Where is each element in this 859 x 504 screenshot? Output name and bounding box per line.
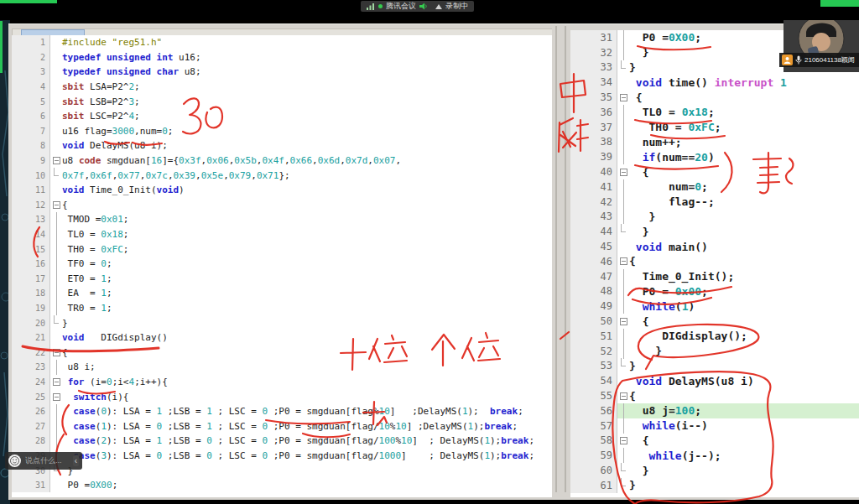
code-line[interactable]: 11void Time_0_Init(void) bbox=[12, 183, 552, 198]
code-line[interactable]: 23 u8 i; bbox=[12, 360, 552, 375]
code-pane-left[interactable]: 1#include "reg51.h"2typedef unsigned int… bbox=[12, 35, 552, 497]
chat-quick-input[interactable]: 说点什么... ‹ bbox=[5, 452, 82, 470]
fold-margin bbox=[617, 373, 629, 388]
code-line[interactable]: 28 case(2): LSA = 1 ;LSB = 0 ; LSC = 0 ;… bbox=[12, 434, 552, 449]
code-line[interactable]: 26 case(0): LSA = 1 ;LSB = 1 ; LSC = 0 ;… bbox=[12, 404, 552, 419]
code-line[interactable]: 6sbit LSC=P2^4; bbox=[12, 109, 552, 124]
code-line[interactable]: 54 void DelayMS(u8 i) bbox=[570, 373, 859, 388]
fold-margin bbox=[617, 179, 629, 195]
fold-margin bbox=[50, 212, 62, 227]
code-line[interactable]: 35 { bbox=[570, 90, 859, 105]
code-line[interactable]: 44 } bbox=[570, 224, 859, 239]
code-line[interactable]: 59 while(j--); bbox=[570, 448, 859, 463]
code-line[interactable]: 57 while(i--) bbox=[570, 418, 859, 434]
fold-toggle-icon[interactable] bbox=[50, 153, 62, 169]
code-line[interactable]: 61} bbox=[570, 478, 859, 493]
code-line[interactable]: 25 switch(i){ bbox=[12, 389, 552, 404]
code-line[interactable]: 46{ bbox=[570, 254, 859, 269]
fold-toggle-icon[interactable] bbox=[617, 90, 629, 105]
code-text: u8 code smgduan[16]={0x3f,0x06,0x5b,0x4f… bbox=[62, 153, 552, 169]
code-line[interactable]: 48 P0 = 0x00; bbox=[570, 284, 859, 299]
code-line[interactable]: 29 case(3): LSA = 0 ;LSB = 0 ; LSC = 0 ;… bbox=[12, 449, 552, 464]
code-line[interactable]: 31 P0 =0X00; bbox=[12, 478, 552, 493]
code-line[interactable]: 12{ bbox=[12, 198, 552, 213]
chevron-left-icon[interactable]: ‹ bbox=[73, 455, 79, 466]
fold-margin bbox=[617, 75, 629, 90]
fold-toggle-icon[interactable] bbox=[617, 164, 629, 179]
code-line[interactable]: 51 DIGdisplay(); bbox=[570, 329, 859, 344]
fold-toggle-icon[interactable] bbox=[617, 254, 629, 269]
line-number: 4 bbox=[12, 80, 50, 95]
screen-edge-green-right bbox=[820, 0, 859, 7]
code-line[interactable]: 14 TL0 = 0x18; bbox=[12, 227, 552, 242]
meeting-status-pill[interactable]: 腾讯会议 录制中 bbox=[361, 1, 474, 12]
code-line[interactable]: 9u8 code smgduan[16]={0x3f,0x06,0x5b,0x4… bbox=[12, 153, 552, 169]
code-pane-right[interactable]: 31 P0 =0X00;32 }33}34 void time() interr… bbox=[570, 30, 859, 497]
code-line[interactable]: 16 TF0 = 0; bbox=[12, 257, 552, 272]
code-line[interactable]: 49 while(1) bbox=[570, 299, 859, 314]
code-line[interactable]: 43 } bbox=[570, 210, 859, 225]
code-line[interactable]: 22{ bbox=[12, 345, 552, 360]
code-line[interactable]: 34 void time() interrupt 1 bbox=[570, 75, 859, 90]
fold-margin bbox=[50, 418, 62, 434]
fold-toggle-icon[interactable] bbox=[50, 198, 62, 213]
code-line[interactable]: 39 if(num==20) bbox=[570, 149, 859, 164]
code-line[interactable]: 45 void main() bbox=[570, 239, 859, 254]
code-line[interactable]: 50 { bbox=[570, 314, 859, 329]
pane-splitter[interactable] bbox=[552, 24, 570, 500]
fold-toggle-icon[interactable] bbox=[617, 314, 629, 329]
code-line[interactable]: 8void DelayMS(u8 i); bbox=[12, 138, 552, 153]
line-number: 16 bbox=[12, 257, 50, 272]
code-line[interactable]: 42 flag--; bbox=[570, 195, 859, 210]
code-line[interactable]: 2typedef unsigned int u16; bbox=[12, 50, 552, 65]
code-line[interactable]: 7u16 flag=3000,num=0; bbox=[12, 124, 552, 139]
code-line[interactable]: 13 TMOD =0x01; bbox=[12, 212, 552, 227]
line-number: 28 bbox=[12, 434, 50, 449]
microphone-icon bbox=[795, 55, 802, 65]
code-line[interactable]: 19 TR0 = 1; bbox=[12, 301, 552, 316]
chat-input-placeholder[interactable]: 说点什么... bbox=[25, 455, 69, 466]
code-line[interactable]: 52 } bbox=[570, 344, 859, 359]
code-line[interactable]: 55{ bbox=[570, 388, 859, 403]
code-text: TL0 = 0x18; bbox=[629, 105, 859, 120]
code-line[interactable]: 100x7f,0x6f,0x77,0x7c,0x39,0x5e,0x79,0x7… bbox=[12, 168, 552, 183]
smiley-icon[interactable] bbox=[8, 455, 21, 467]
code-line[interactable]: 1#include "reg51.h" bbox=[12, 35, 552, 50]
code-line[interactable]: 60 } bbox=[570, 463, 859, 478]
code-line[interactable]: 3typedef unsigned char u8; bbox=[12, 65, 552, 80]
fold-margin bbox=[617, 149, 629, 164]
code-line[interactable]: 27 case(1): LSA = 0 ;LSB = 1 ; LSC = 0 ;… bbox=[12, 418, 552, 434]
code-line[interactable]: 41 num=0; bbox=[570, 179, 859, 195]
code-line[interactable]: 5sbit LSB=P2^3; bbox=[12, 94, 552, 109]
code-text: switch(i){ bbox=[62, 389, 552, 404]
fold-margin bbox=[617, 30, 629, 45]
code-line[interactable]: 15 TH0 = 0xFC; bbox=[12, 242, 552, 257]
code-line[interactable]: 24 for (i=0;i<4;i++){ bbox=[12, 375, 552, 390]
code-line[interactable]: 56 u8 j=100; bbox=[570, 403, 859, 418]
code-text: { bbox=[62, 345, 552, 360]
signal-bars-icon bbox=[367, 3, 375, 10]
fold-toggle-icon[interactable] bbox=[50, 345, 62, 360]
fold-margin bbox=[50, 360, 62, 375]
code-line[interactable]: 37 TH0 = 0xFC; bbox=[570, 120, 859, 135]
code-line[interactable]: 36 TL0 = 0x18; bbox=[570, 105, 859, 120]
fold-margin bbox=[50, 227, 62, 242]
code-line[interactable]: 18 EA = 1; bbox=[12, 286, 552, 301]
code-line[interactable]: 47 Time_0_Init(); bbox=[570, 269, 859, 284]
code-line[interactable]: 20} bbox=[12, 315, 552, 330]
code-line[interactable]: 30 } bbox=[12, 463, 552, 478]
code-line[interactable]: 40 { bbox=[570, 164, 859, 179]
code-text: { bbox=[629, 90, 859, 105]
code-line[interactable]: 21void DIGdisplay() bbox=[12, 330, 552, 346]
fold-toggle-icon[interactable] bbox=[617, 388, 629, 403]
fold-toggle-icon[interactable] bbox=[50, 375, 62, 390]
fold-toggle-icon[interactable] bbox=[50, 389, 62, 404]
line-number: 51 bbox=[570, 329, 617, 344]
fold-toggle-icon[interactable] bbox=[617, 434, 629, 449]
code-line[interactable]: 17 ET0 = 1; bbox=[12, 272, 552, 287]
code-line[interactable]: 58 { bbox=[570, 434, 859, 449]
code-text: TR0 = 1; bbox=[62, 301, 552, 316]
code-line[interactable]: 38 num++; bbox=[570, 135, 859, 150]
code-line[interactable]: 4sbit LSA=P2^2; bbox=[12, 80, 552, 95]
code-line[interactable]: 53} bbox=[570, 359, 859, 374]
